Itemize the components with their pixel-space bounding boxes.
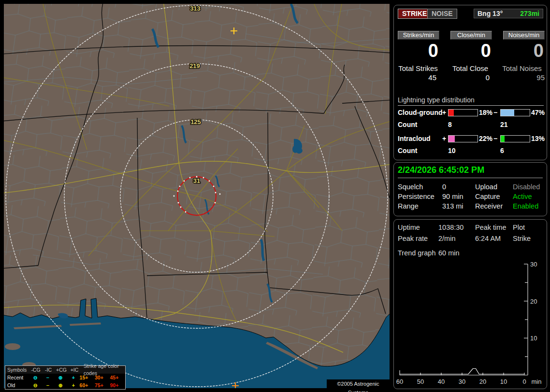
intracloud-count-row: Count 10 6 bbox=[394, 147, 548, 155]
range-value: 313 mi bbox=[442, 202, 463, 210]
svg-text:10: 10 bbox=[530, 335, 537, 342]
status-panel: 2/24/2026 6:45:02 PM Squelch 0 Upload Di… bbox=[393, 162, 547, 216]
bearing-range-value: 273mi bbox=[520, 10, 539, 17]
trend-graph-label: Trend graph bbox=[398, 249, 435, 257]
noises-rate-value: 0 bbox=[503, 40, 544, 61]
neg-cg-percent: 47% bbox=[531, 109, 545, 116]
pos-cg-count: 8 bbox=[448, 121, 452, 128]
trend-y-labels: 30 20 10 bbox=[530, 261, 537, 342]
pos-ic-recent-icon: + bbox=[67, 374, 80, 381]
cloud-ground-row: Cloud-ground + 18% − 47% bbox=[394, 109, 548, 117]
capture-status: Active bbox=[513, 193, 532, 200]
age-90-label: 90+ bbox=[110, 382, 125, 389]
svg-text:0: 0 bbox=[522, 378, 526, 385]
copyright-notice: ©2005 Astrogenic Systems bbox=[327, 379, 390, 388]
svg-text:30: 30 bbox=[459, 378, 465, 385]
peak-rate-label: Peak rate bbox=[398, 235, 428, 242]
minus-sign: − bbox=[493, 135, 497, 142]
cloud-ground-count-row: Count 8 21 bbox=[394, 121, 548, 129]
pos-ic-percent: 22% bbox=[479, 135, 492, 142]
persistence-value: 90 min bbox=[442, 193, 463, 200]
ring-label-125: 125 bbox=[190, 118, 201, 126]
svg-text:min: min bbox=[532, 378, 542, 385]
pos-cg-percent: 18% bbox=[479, 109, 492, 116]
pos-cg-bar bbox=[448, 109, 478, 116]
neg-cg-bar bbox=[500, 109, 530, 116]
svg-text:40: 40 bbox=[438, 378, 445, 385]
peak-time-value: 6:24 AM bbox=[475, 235, 501, 242]
squelch-label: Squelch bbox=[398, 183, 423, 191]
count-label: Count bbox=[398, 147, 444, 154]
receiver-status: Enabled bbox=[513, 202, 538, 210]
neg-cg-count: 21 bbox=[500, 121, 508, 128]
receiver-label: Receiver bbox=[475, 202, 503, 210]
upload-label: Upload bbox=[475, 183, 497, 191]
total-close-label: Total Close bbox=[446, 64, 494, 72]
neg-ic-recent-icon: − bbox=[42, 374, 54, 381]
age-75-label: 75+ bbox=[95, 382, 110, 389]
counters-panel: STRIKE NOISE Bng 13° 273mi Strikes/min C… bbox=[393, 5, 547, 160]
neg-cg-old-icon: ⊖ bbox=[29, 382, 42, 389]
legend-col-neg-cg: -CG bbox=[29, 366, 42, 374]
total-noises-value: 95 bbox=[497, 73, 545, 82]
noise-toggle-button[interactable]: NOISE bbox=[427, 9, 457, 19]
total-strikes-label: Total Strikes bbox=[394, 64, 442, 72]
age-45-label: 45+ bbox=[110, 374, 125, 381]
intracloud-label: Intracloud bbox=[398, 135, 444, 142]
legend-header-row: Symbols -CG -IC +CG +IC Strike age color… bbox=[5, 366, 125, 374]
strike-toggle-button[interactable]: STRIKE bbox=[398, 9, 431, 19]
total-noises-label: Total Noises bbox=[497, 64, 547, 72]
trend-graph: 30 20 10 60 50 40 30 20 10 0 min bbox=[394, 260, 547, 388]
ring-label-313: 313 bbox=[190, 5, 201, 12]
strikes-rate-value: 0 bbox=[398, 40, 438, 61]
age-30-label: 30+ bbox=[95, 374, 110, 381]
pos-ic-old-icon: + bbox=[67, 382, 80, 389]
close-rate-value: 0 bbox=[450, 40, 491, 61]
total-strikes-value: 45 bbox=[394, 73, 436, 82]
neg-ic-percent: 13% bbox=[531, 135, 545, 142]
neg-ic-count: 6 bbox=[500, 147, 504, 154]
trend-graph-window: 60 min bbox=[438, 249, 460, 257]
svg-text:60: 60 bbox=[396, 378, 403, 385]
map-canvas[interactable]: 313 219 125 31 bbox=[4, 4, 390, 388]
trend-x-labels: 60 50 40 30 20 10 0 min bbox=[396, 378, 542, 385]
capture-label: Capture bbox=[475, 193, 500, 200]
plus-sign: + bbox=[442, 109, 446, 116]
svg-text:30: 30 bbox=[530, 261, 537, 268]
ring-label-219: 219 bbox=[189, 62, 200, 70]
plot-mode-value: Strike bbox=[513, 235, 531, 242]
legend-col-neg-ic: -IC bbox=[42, 366, 55, 374]
uptime-value: 1038:30 bbox=[438, 224, 463, 231]
age-15-label: 15+ bbox=[80, 374, 95, 381]
noises-per-min-chip: Noises/min bbox=[503, 31, 545, 40]
uptime-label: Uptime bbox=[398, 224, 420, 231]
svg-text:20: 20 bbox=[479, 378, 486, 385]
legend-old-row: Old ⊖ − ⊕ + 60+ 75+ 90+ bbox=[5, 381, 125, 389]
plot-label: Plot bbox=[513, 224, 525, 231]
legend-recent-row: Recent ⊖ − ⊕ + 15+ 30+ 45+ bbox=[5, 374, 125, 381]
pos-cg-recent-icon: ⊕ bbox=[54, 374, 67, 381]
map-legend: Symbols -CG -IC +CG +IC Strike age color… bbox=[5, 365, 126, 390]
range-label: Range bbox=[398, 202, 419, 210]
count-label: Count bbox=[398, 121, 444, 128]
close-per-min-chip: Close/min bbox=[450, 31, 492, 40]
pos-ic-bar bbox=[448, 135, 478, 142]
peak-time-label: Peak time bbox=[475, 224, 506, 231]
svg-text:20: 20 bbox=[530, 298, 537, 305]
legend-recent-label: Recent bbox=[5, 374, 29, 381]
trend-axes bbox=[400, 264, 528, 375]
app-window: 313 219 125 31 bbox=[0, 0, 550, 392]
peak-rate-value: 2/min bbox=[438, 235, 455, 242]
bearing-value: Bng 13° bbox=[478, 10, 503, 17]
legend-col-pos-ic: +IC bbox=[68, 366, 81, 374]
svg-text:50: 50 bbox=[417, 378, 424, 385]
age-60-label: 60+ bbox=[80, 382, 95, 389]
map-svg: 313 219 125 31 bbox=[4, 4, 390, 388]
distribution-title: Lightning type distribution bbox=[398, 96, 544, 106]
svg-text:10: 10 bbox=[500, 378, 507, 385]
total-close-value: 0 bbox=[446, 73, 490, 82]
pos-ic-count: 10 bbox=[448, 147, 456, 154]
neg-cg-recent-icon: ⊖ bbox=[29, 374, 42, 381]
upload-status: Disabled bbox=[513, 183, 540, 191]
legend-col-pos-cg: +CG bbox=[55, 366, 68, 374]
